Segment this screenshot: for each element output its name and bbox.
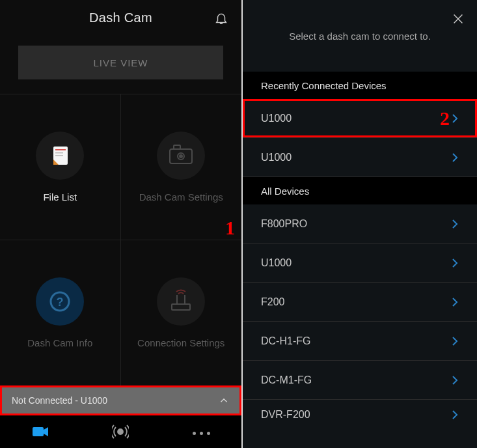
svg-rect-2: [55, 149, 66, 150]
svg-rect-6: [174, 145, 180, 149]
chevron-right-icon: [451, 113, 459, 124]
svg-point-8: [180, 155, 182, 158]
section-all: All Devices: [243, 177, 477, 204]
device-name: U1000: [261, 152, 292, 163]
close-icon[interactable]: [451, 12, 465, 26]
section-recent: Recently Connected Devices: [243, 72, 477, 99]
device-name: F200: [261, 296, 284, 308]
tile-label: File List: [43, 191, 77, 203]
chevron-right-icon: [451, 152, 459, 163]
tile-label: Dash Cam Settings: [139, 191, 223, 203]
device-row-all-3[interactable]: DC-H1-FG: [243, 322, 477, 361]
live-view-button[interactable]: LIVE VIEW: [18, 46, 223, 79]
connection-status-bar[interactable]: Not Connected - U1000: [0, 385, 241, 415]
page-title: Dash Cam: [89, 10, 152, 25]
feature-grid: File List Dash Cam Settings ? Dash Cam I…: [0, 94, 241, 385]
chevron-right-icon: [451, 409, 459, 421]
chevron-right-icon: [451, 374, 459, 386]
dashcam-settings-icon: [157, 132, 205, 180]
device-row-recent-1[interactable]: U1000: [243, 138, 477, 177]
tile-label: Dash Cam Info: [27, 337, 92, 348]
chevron-right-icon: [451, 296, 459, 308]
nav-camera-icon[interactable]: [27, 419, 53, 445]
svg-text:?: ?: [57, 296, 64, 309]
bottom-nav: [0, 415, 241, 448]
dashcam-info-icon: ?: [36, 277, 84, 326]
chevron-right-icon: [451, 218, 459, 230]
device-name: F800PRO: [261, 218, 307, 230]
svg-rect-11: [172, 304, 190, 310]
device-row-all-0[interactable]: F800PRO: [243, 204, 477, 244]
device-row-all-4[interactable]: DC-M1-FG: [243, 361, 477, 400]
device-row-recent-0[interactable]: U1000 2: [243, 99, 477, 138]
device-row-all-1[interactable]: U1000: [243, 244, 477, 283]
nav-more-icon[interactable]: [188, 419, 214, 445]
tile-file-list[interactable]: File List: [0, 94, 121, 240]
device-name: DC-H1-FG: [261, 335, 310, 347]
connection-settings-icon: [157, 277, 205, 326]
header: Dash Cam: [0, 0, 241, 36]
tile-dashcam-settings[interactable]: Dash Cam Settings: [121, 94, 242, 240]
device-name: U1000: [261, 257, 292, 269]
live-view-wrap: LIVE VIEW: [0, 36, 241, 94]
device-row-all-5[interactable]: DVR-F200: [243, 400, 477, 430]
annotation-marker-2: 2: [440, 107, 450, 130]
tile-dashcam-info[interactable]: ? Dash Cam Info: [0, 240, 121, 386]
connect-device-screen: Select a dash cam to connect to. Recentl…: [241, 0, 477, 448]
connect-prompt: Select a dash cam to connect to.: [289, 31, 431, 42]
svg-rect-4: [55, 155, 63, 156]
chevron-right-icon: [451, 335, 459, 347]
tile-connection-settings[interactable]: Connection Settings 1: [121, 240, 242, 386]
device-row-all-2[interactable]: F200: [243, 283, 477, 322]
svg-marker-15: [44, 427, 48, 436]
dashcam-app-screen: Dash Cam LIVE VIEW File List Dash Cam Se…: [0, 0, 241, 448]
notifications-icon[interactable]: [214, 11, 228, 25]
chevron-right-icon: [451, 257, 459, 269]
status-text: Not Connected - U1000: [12, 395, 107, 406]
svg-rect-14: [33, 427, 44, 436]
file-list-icon: [36, 132, 84, 180]
device-name: DC-M1-FG: [261, 374, 312, 386]
nav-broadcast-icon[interactable]: [107, 419, 133, 445]
device-name: DVR-F200: [261, 409, 310, 421]
svg-point-16: [118, 429, 123, 434]
device-name: U1000: [261, 113, 292, 124]
connect-header: Select a dash cam to connect to.: [243, 0, 477, 72]
tile-label: Connection Settings: [137, 337, 225, 348]
svg-rect-3: [55, 152, 63, 154]
chevron-up-icon: [218, 395, 230, 406]
